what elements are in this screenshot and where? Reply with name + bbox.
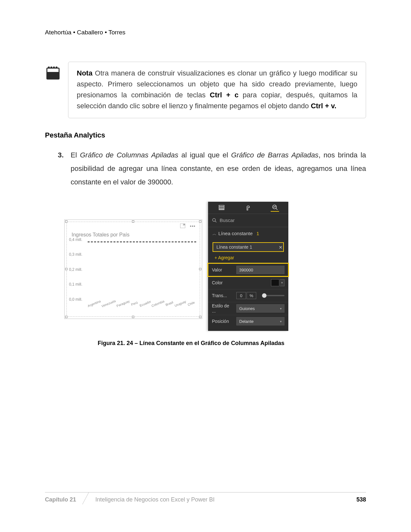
- svg-rect-1: [47, 68, 59, 72]
- add-constant-line-button[interactable]: + Agregar: [209, 254, 287, 263]
- color-label: Color: [212, 280, 233, 285]
- position-label: Posición: [212, 319, 233, 324]
- svg-rect-9: [219, 207, 224, 208]
- chevron-down-icon: ▾: [280, 307, 282, 310]
- transparency-row: Trans... 0 %: [208, 289, 288, 302]
- style-label: Estilo de ...: [212, 303, 233, 314]
- para-italic-1: Gráfico de Columnas Apiladas: [80, 151, 178, 159]
- analytics-tab-icon[interactable]: [271, 203, 279, 212]
- svg-line-12: [276, 208, 277, 210]
- transparency-label: Trans...: [212, 293, 233, 298]
- section-title: Pestaña Analytics: [45, 131, 366, 139]
- notepad-icon: [45, 65, 61, 81]
- style-dropdown[interactable]: Guiones ▾: [236, 304, 284, 313]
- footer-title: Inteligencia de Negocios con Excel y Pow…: [95, 496, 356, 503]
- constant-line-item-label: Línea constante 1: [216, 244, 252, 250]
- y-tick-label: 0,4 mill.: [69, 237, 82, 242]
- panel-tabs: [208, 202, 288, 214]
- search-icon: [212, 218, 217, 223]
- figure-caption: Figura 21. 24 – Línea Constante en el Gr…: [64, 340, 318, 347]
- svg-line-14: [215, 221, 216, 222]
- note-label: Nota: [77, 69, 92, 77]
- para-text: al igual que el: [178, 151, 231, 159]
- chevron-down-icon: 〈: [211, 231, 217, 235]
- chart-bars: [88, 240, 196, 299]
- position-row: Posición Delante ▾: [208, 315, 288, 328]
- svg-rect-8: [219, 205, 224, 207]
- constant-line-accordion[interactable]: 〈 Línea constante 1: [208, 227, 288, 240]
- chart-y-axis: 0,4 mill.0,3 mill.0,2 mill.0,1 mill.0,0 …: [69, 240, 86, 299]
- y-tick-label: 0,0 mill.: [69, 297, 82, 302]
- svg-point-4: [50, 66, 52, 68]
- accordion-label: Línea constante: [218, 231, 253, 236]
- style-value: Guiones: [239, 306, 255, 311]
- transparency-unit: %: [247, 292, 256, 299]
- note-kbd-1: Ctrl + c: [210, 91, 238, 99]
- transparency-slider[interactable]: [262, 295, 284, 296]
- panel-search[interactable]: Buscar: [208, 214, 288, 227]
- para-text: El: [71, 151, 80, 159]
- figure: ••• Ingresos Totales por País 0,4 mill.0…: [64, 202, 318, 347]
- y-tick-label: 0,3 mill.: [69, 252, 82, 257]
- svg-rect-10: [219, 209, 224, 210]
- analytics-panel: Buscar 〈 Línea constante 1 Línea constan…: [208, 202, 288, 331]
- constant-line-item[interactable]: Línea constante 1 ✕: [213, 242, 284, 252]
- focus-mode-icon[interactable]: [180, 224, 185, 229]
- color-picker[interactable]: ▾: [271, 279, 284, 286]
- color-row: Color ▾: [208, 276, 288, 289]
- transparency-value[interactable]: 0: [236, 292, 246, 299]
- footer-chapter: Capítulo 21: [45, 496, 86, 503]
- svg-point-6: [56, 66, 57, 68]
- numbered-paragraph: 3. El Gráfico de Columnas Apiladas al ig…: [58, 148, 366, 189]
- style-row: Estilo de ... Guiones ▾: [208, 302, 288, 315]
- svg-point-3: [48, 66, 50, 68]
- chart-title: Ingresos Totales por País: [72, 232, 129, 238]
- position-value: Delante: [239, 319, 254, 324]
- note-box: Nota Otra manera de construir visualizac…: [68, 62, 366, 118]
- fields-tab-icon[interactable]: [217, 203, 226, 212]
- y-tick-label: 0,2 mill.: [69, 267, 82, 272]
- note-block: Nota Otra manera de construir visualizac…: [45, 62, 366, 118]
- value-row: Valor 390000: [208, 263, 288, 276]
- accordion-count: 1: [257, 231, 259, 236]
- color-swatch: [271, 279, 279, 286]
- list-number: 3.: [58, 148, 66, 189]
- chart-x-axis: ArgentinaVenezuelaParaguayPerúEcuadorCol…: [88, 299, 196, 314]
- note-kbd-2: Ctrl + v.: [311, 102, 337, 110]
- value-label: Valor: [212, 267, 233, 272]
- more-options-icon[interactable]: •••: [190, 224, 196, 229]
- page-authors: Atehortúa • Caballero • Torres: [45, 29, 366, 36]
- search-placeholder: Buscar: [220, 217, 235, 223]
- format-tab-icon[interactable]: [244, 203, 252, 212]
- chevron-down-icon: ▾: [280, 279, 284, 286]
- svg-point-5: [53, 66, 55, 68]
- svg-point-13: [213, 218, 215, 221]
- close-icon[interactable]: ✕: [277, 245, 284, 250]
- value-input[interactable]: 390000: [236, 266, 284, 274]
- y-tick-label: 0,1 mill.: [69, 282, 82, 287]
- chart-visual[interactable]: ••• Ingresos Totales por País 0,4 mill.0…: [64, 219, 202, 319]
- position-dropdown[interactable]: Delante ▾: [236, 317, 284, 325]
- page-footer: Capítulo 21 Inteligencia de Negocios con…: [45, 492, 366, 503]
- footer-page-number: 538: [356, 496, 366, 503]
- para-italic-2: Gráfico de Barras Apiladas: [231, 151, 319, 159]
- chevron-down-icon: ▾: [280, 320, 282, 323]
